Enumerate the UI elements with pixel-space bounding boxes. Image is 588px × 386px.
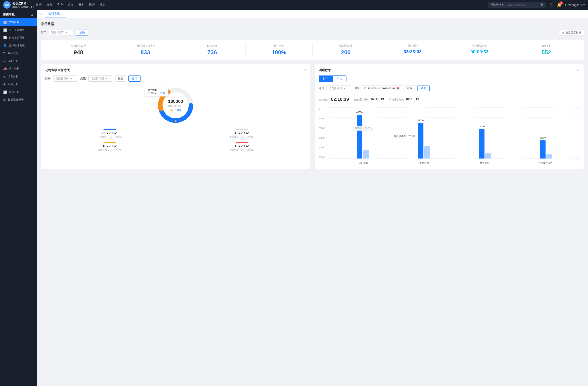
channel-icon: ⊕	[3, 83, 6, 86]
search-input[interactable]	[506, 2, 538, 8]
avg-call-stat: 平均通话时长 02:10:19	[389, 97, 419, 101]
y-axis-labels: 50000 40000 30000 20000 10000 0	[319, 108, 328, 158]
over-complete-bar	[236, 142, 248, 143]
efficiency-tabs: 部门 个人	[319, 76, 580, 82]
bar-chart: 50000 40000 30000 20000 10000 0	[319, 108, 580, 165]
bar-group-effective: 29000	[455, 108, 514, 158]
target-refresh-icon[interactable]: ⟳	[304, 69, 306, 72]
today-section-title: 今日数据	[41, 22, 584, 26]
sidebar-item-promo-board[interactable]: 📊 推广主管看板	[0, 26, 37, 34]
bar-connected-main: 35000	[418, 123, 423, 158]
eff-reset-button[interactable]: 重置	[404, 85, 415, 91]
nav-data[interactable]: 数据	[36, 2, 42, 8]
efficiency-refresh-icon[interactable]: ⟳	[577, 69, 580, 72]
stat-should-complete: 1072932 应完成量（元）｜8.9%	[45, 142, 174, 152]
nav-leads[interactable]: 线索	[46, 2, 52, 8]
sidebar-item-data-flow[interactable]: ⊞ 数据流转记录	[0, 96, 37, 104]
sidebar-item-cost[interactable]: ◎ 成本分析	[0, 57, 37, 65]
efficiency-filter: 部门 请选择部门 ▾ 日期 2018/01/08 至 2018/01/08 📅	[319, 85, 580, 91]
stat-call-duration: 通话时长 03:33:03	[379, 44, 446, 56]
stat-effective-calls: 有效通话次数 200	[313, 44, 379, 56]
main-content: ☰ 公司看板 ✕ 今日数据 部门 请选择部门 ▾ 查询 ⚙	[37, 10, 588, 386]
bar-connected-sub	[424, 146, 430, 158]
stat-first-consult: 今日首咨客户 948	[45, 44, 112, 56]
bar-wrapper-dial: 43000	[333, 108, 392, 158]
bar-eff-connected-main: 18000	[540, 140, 546, 158]
sidebar-section-header[interactable]: 数据看板 ▲	[0, 10, 37, 18]
sidebar-item-manager-board[interactable]: 👤 客户经理看板	[0, 42, 37, 49]
hamburger-menu[interactable]: ☰	[40, 12, 43, 16]
sidebar-item-visitor[interactable]: ⊙ 访客分析	[0, 73, 37, 80]
sidebar-item-company-board[interactable]: 🏢 公司看板	[0, 18, 37, 26]
visitor-icon: ⊙	[3, 75, 6, 78]
chart-content: 43000	[329, 108, 580, 165]
filter-left: 部门 请选择部门 ▾ 查询	[41, 30, 88, 36]
notification-icon[interactable]: 🔔 5	[557, 3, 562, 7]
bars-row: 43000	[329, 108, 580, 158]
target-panel-header: 公司业绩目标达成 ⟳	[45, 68, 306, 72]
dept-select[interactable]: 请选择部门 ▾	[49, 30, 74, 36]
eff-dept-select[interactable]: 请选择部门 ▾	[326, 85, 351, 91]
donut-center: 100000 目标总量（元） 👍 已达成	[168, 99, 184, 112]
stat-completed: 8972932 已完成量（元）｜70.9%	[45, 129, 174, 139]
sidebar: 数据看板 ▲ 🏢 公司看板 📊 推广主管看板 📈 销售主管看板 👤 客户经理看板…	[0, 10, 37, 386]
stat-incomplete: 1072932 未完成量（元）｜20.9%	[177, 129, 306, 139]
today-query-button[interactable]: 查询	[76, 30, 88, 36]
nav-public[interactable]: 公海	[68, 2, 74, 8]
logo: 云朵 云朵CRM 教育机构一站式服务云平台	[3, 1, 36, 9]
bar-wrapper-connected: 35000	[394, 108, 453, 158]
bottom-panels: 公司业绩目标达成 ⟳ 目标 请选择目标 ▾ 周期 请选择周期 ▾	[41, 64, 584, 169]
donut-tooltip: 1072932 所占比例： 70.9%	[145, 87, 168, 96]
x-axis-labels: 拨打次数 接通次数 有效通话 有效接通次数	[329, 161, 580, 165]
target-filter: 目标 请选择目标 ▾ 周期 请选择周期 ▾ 重置 查询	[45, 76, 306, 82]
user-online-dot	[565, 4, 566, 6]
target-select[interactable]: 请选择目标 ▾	[53, 76, 78, 82]
efficiency-panel: 沟通效率 ⟳ 部门 个人 部门 请选择部门 ▾	[315, 64, 584, 169]
tab-individual[interactable]: 个人	[333, 76, 346, 82]
nav-ops[interactable]: 运营	[89, 2, 95, 8]
manager-board-icon: 👤	[3, 44, 7, 47]
nav-signup[interactable]: 报名	[100, 2, 105, 8]
search-type-selector[interactable]: 手机号码 ▾	[488, 2, 506, 8]
stat-deals: 成交单数 552	[513, 44, 580, 56]
sidebar-item-promo-analysis[interactable]: 📣 推广分析	[0, 65, 37, 73]
data-flow-icon: ⊞	[3, 98, 6, 101]
device-icon[interactable]: 📱	[549, 3, 554, 7]
settings-button[interactable]: ⚙ 设置显示指标	[559, 30, 584, 36]
efficiency-panel-header: 沟通效率 ⟳	[319, 68, 580, 72]
sidebar-item-channel[interactable]: ⊕ 渠道分析	[0, 80, 37, 88]
date-range-input[interactable]: 2018/01/08 至 2018/01/08 📅	[361, 85, 402, 91]
stat-revisit: 回访人数 736	[179, 44, 246, 56]
target-reset-button[interactable]: 重置	[115, 76, 126, 82]
sales-board-icon: 📈	[3, 36, 7, 39]
eff-query-button[interactable]: 查询	[417, 85, 430, 91]
user-info[interactable]: manager11 ▾	[565, 3, 585, 6]
search-bar: 手机号码 ▾ 🔍	[488, 2, 546, 8]
sidebar-item-funnel[interactable]: ▽ 漏斗分析	[0, 49, 37, 57]
effective-call-stat: 有效通话时长 02:10:19	[354, 97, 384, 101]
stat-effective-consult: 今日有效首咨客户 833	[112, 44, 179, 56]
search-button[interactable]: 🔍	[538, 2, 546, 8]
promo-board-icon: 📊	[3, 28, 7, 32]
nav-finance[interactable]: 财务	[78, 2, 84, 8]
target-query-button[interactable]: 查询	[128, 76, 141, 82]
period-select[interactable]: 请选择周期 ▾	[88, 76, 113, 82]
sidebar-item-sales-analysis[interactable]: 📉 销售分析	[0, 88, 37, 96]
sidebar-item-sales-board[interactable]: 📈 销售主管看板	[0, 34, 37, 42]
nav-items: 数据 线索 客户 公海 财务 运营 报名	[36, 2, 488, 8]
bar-dial-main: 43000	[357, 115, 362, 158]
stats-row: 今日首咨客户 948 今日有效首咨客户 833 回访人数 736 拨打次数 10…	[41, 40, 584, 60]
incomplete-bar	[236, 129, 248, 130]
annotation-eff-connection-rate: 有效接通率：70.9%	[392, 134, 417, 139]
tab-close-icon[interactable]: ✕	[61, 12, 63, 15]
notification-badge: 5	[559, 1, 563, 5]
company-board-icon: 🏢	[3, 20, 7, 24]
tab-company-board[interactable]: 公司看板 ✕	[45, 10, 66, 18]
sales-analysis-icon: 📉	[3, 90, 7, 94]
settings-icon: ⚙	[562, 31, 564, 34]
bar-effective-main: 29000	[479, 129, 484, 158]
bar-wrapper-effective: 29000	[455, 108, 514, 158]
bar-eff-connected-sub	[546, 154, 552, 158]
nav-customer[interactable]: 客户	[57, 2, 63, 8]
tab-dept[interactable]: 部门	[319, 76, 333, 82]
